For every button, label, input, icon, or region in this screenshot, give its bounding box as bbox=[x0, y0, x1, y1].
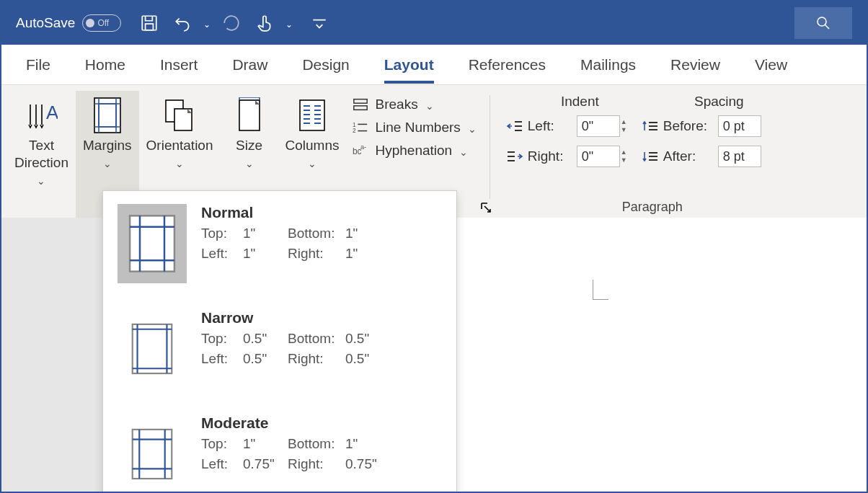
touch-icon bbox=[255, 14, 274, 32]
chevron-down-icon: ⌄ bbox=[175, 159, 184, 169]
group-separator bbox=[490, 95, 490, 199]
tab-view[interactable]: View bbox=[738, 45, 805, 84]
document-page[interactable] bbox=[456, 218, 867, 492]
size-icon bbox=[235, 97, 264, 133]
page-setup-dialog-launcher[interactable] bbox=[480, 202, 492, 213]
search-button[interactable] bbox=[794, 7, 852, 39]
spacing-after-label: After: bbox=[663, 148, 714, 164]
text-direction-label: Text Direction bbox=[14, 137, 68, 172]
tab-review[interactable]: Review bbox=[653, 45, 738, 84]
spacing-before-icon bbox=[642, 119, 659, 133]
toggle-switch[interactable]: Off bbox=[82, 14, 121, 32]
margin-preset-icon bbox=[130, 426, 174, 482]
tab-mailings[interactable]: Mailings bbox=[563, 45, 653, 84]
breaks-button[interactable]: Breaks ⌄ bbox=[353, 97, 477, 112]
autosave-toggle[interactable]: AutoSave Off bbox=[16, 14, 121, 32]
svg-rect-62 bbox=[133, 430, 172, 479]
indent-left-input[interactable]: 0"▲▼ bbox=[577, 115, 620, 137]
svg-text:2: 2 bbox=[353, 128, 356, 134]
size-label: Size bbox=[236, 137, 262, 154]
svg-rect-33 bbox=[353, 106, 366, 110]
spacing-after-icon bbox=[642, 149, 659, 164]
paragraph-group-label: Paragraph bbox=[497, 200, 807, 215]
active-tab-underline bbox=[384, 81, 434, 84]
svg-rect-1 bbox=[146, 24, 154, 30]
tab-file[interactable]: File bbox=[9, 45, 68, 84]
margin-preset-icon bbox=[128, 213, 177, 274]
spacing-after-input[interactable]: 8 pt bbox=[718, 146, 761, 167]
hyphenation-button[interactable]: bca- Hyphenation ⌄ bbox=[353, 143, 477, 159]
margins-label: Margins bbox=[83, 137, 132, 154]
touch-dropdown-caret[interactable]: ⌄ bbox=[285, 20, 293, 29]
save-icon bbox=[140, 14, 159, 32]
tab-home[interactable]: Home bbox=[68, 45, 143, 84]
ribbon-tabs: File Home Insert Draw Design Layout Refe… bbox=[1, 45, 867, 85]
margin-preset-icon bbox=[130, 321, 174, 377]
svg-rect-57 bbox=[133, 324, 172, 373]
columns-icon bbox=[297, 97, 327, 133]
chevron-down-icon: ⌄ bbox=[245, 159, 254, 169]
text-direction-icon: A bbox=[25, 99, 58, 132]
margins-dropdown: Normal Top:1" Bottom:1" Left:1" Right:1"… bbox=[102, 190, 457, 493]
tab-layout[interactable]: Layout bbox=[367, 45, 451, 84]
tab-insert[interactable]: Insert bbox=[143, 45, 216, 84]
undo-icon bbox=[173, 14, 192, 32]
svg-rect-0 bbox=[143, 16, 157, 30]
tab-draw[interactable]: Draw bbox=[215, 45, 285, 84]
touch-mode-button[interactable] bbox=[252, 11, 277, 35]
margins-option-moderate[interactable]: Moderate Top:1" Bottom:1" Left:0.75" Rig… bbox=[103, 401, 456, 493]
chevron-down-icon: ⌄ bbox=[308, 159, 316, 169]
customize-qat-button[interactable] bbox=[307, 11, 332, 35]
svg-text:A: A bbox=[46, 102, 58, 123]
indent-left-label: Left: bbox=[528, 118, 572, 134]
preset-name: Normal bbox=[201, 204, 442, 221]
text-direction-button[interactable]: A Text Direction ⌄ bbox=[7, 91, 76, 218]
page-corner-mark bbox=[593, 280, 608, 300]
columns-label: Columns bbox=[285, 137, 340, 154]
preset-name: Moderate bbox=[201, 414, 442, 432]
svg-rect-52 bbox=[130, 216, 174, 271]
spinner-arrows[interactable]: ▲▼ bbox=[621, 116, 632, 136]
breaks-icon bbox=[353, 97, 368, 112]
redo-icon bbox=[222, 14, 241, 32]
line-numbers-button[interactable]: 12 Line Numbers ⌄ bbox=[353, 120, 477, 136]
indent-right-input[interactable]: 0"▲▼ bbox=[577, 146, 620, 167]
indent-heading: Indent bbox=[561, 94, 599, 110]
svg-point-3 bbox=[818, 17, 826, 26]
orientation-icon bbox=[163, 97, 196, 133]
search-icon bbox=[815, 14, 832, 32]
indent-right-icon bbox=[506, 149, 523, 164]
preset-name: Narrow bbox=[201, 309, 442, 327]
margins-icon bbox=[92, 97, 123, 134]
title-bar: AutoSave Off ⌄ ⌄ bbox=[1, 1, 867, 45]
indent-right-label: Right: bbox=[528, 148, 572, 164]
tab-references[interactable]: References bbox=[451, 45, 563, 84]
orientation-label: Orientation bbox=[146, 137, 213, 154]
spinner-arrows[interactable]: ▲▼ bbox=[621, 146, 632, 166]
spacing-before-input[interactable]: 0 pt bbox=[718, 115, 761, 137]
toggle-off-label: Off bbox=[97, 18, 109, 28]
paragraph-group: Indent Spacing Left: 0"▲▼ Right: 0"▲▼ bbox=[497, 91, 807, 218]
toggle-dot-icon bbox=[86, 19, 94, 27]
customize-icon bbox=[310, 14, 329, 32]
svg-line-4 bbox=[825, 25, 830, 30]
undo-button[interactable] bbox=[170, 11, 195, 35]
chevron-down-icon: ⌄ bbox=[459, 147, 468, 157]
save-button[interactable] bbox=[137, 11, 161, 35]
chevron-down-icon: ⌄ bbox=[468, 124, 477, 134]
indent-left-icon bbox=[506, 119, 523, 133]
chevron-down-icon: ⌄ bbox=[425, 101, 434, 111]
margins-option-narrow[interactable]: Narrow Top:0.5" Bottom:0.5" Left:0.5" Ri… bbox=[103, 296, 456, 401]
svg-rect-32 bbox=[353, 99, 366, 104]
chevron-down-icon: ⌄ bbox=[103, 159, 112, 169]
undo-dropdown-caret[interactable]: ⌄ bbox=[203, 20, 211, 29]
svg-rect-17 bbox=[239, 100, 260, 130]
spacing-heading: Spacing bbox=[694, 94, 744, 110]
svg-text:a-: a- bbox=[360, 143, 366, 151]
autosave-label: AutoSave bbox=[16, 15, 75, 31]
spacing-before-label: Before: bbox=[663, 118, 714, 134]
hyphenation-icon: bca- bbox=[353, 143, 368, 158]
redo-button[interactable] bbox=[219, 11, 244, 35]
margins-option-normal[interactable]: Normal Top:1" Bottom:1" Left:1" Right:1" bbox=[103, 191, 456, 296]
tab-design[interactable]: Design bbox=[285, 45, 366, 84]
